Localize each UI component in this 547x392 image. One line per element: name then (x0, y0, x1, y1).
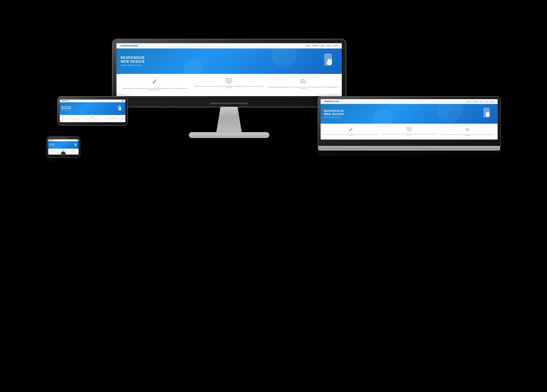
desktop-monitor: COMPANYNAME Home Portfolio About Blog Co… (113, 39, 346, 138)
feature-3-text: Praesent blandit vulputate justo eget eg… (268, 86, 338, 89)
tablet-hero: RESPONSIVEWEB DESIGN Fresh & modern conc… (60, 102, 125, 115)
svg-rect-18 (407, 128, 411, 130)
hero-phone-icon (321, 53, 338, 70)
svg-rect-4 (227, 79, 231, 82)
laptop-hero: RESPONSIVE WEB DESIGN Fresh & modern con… (321, 104, 498, 124)
phone-logo: COMPANYNAME (49, 140, 54, 141)
feature-1: Praesent blandit vulputate justo eget eg… (119, 77, 191, 93)
feature-2-icon (194, 78, 264, 84)
laptop-nav-contact[interactable]: Contact (490, 101, 494, 102)
desktop-frame: COMPANYNAME Home Portfolio About Blog Co… (113, 39, 346, 107)
laptop-nav-portfolio[interactable]: Portfolio (473, 101, 478, 102)
tablet-frame: COMPANYNAME RESPONSIVEWEB DESIGN Fresh &… (58, 96, 128, 125)
laptop-nav: COMPANYNAME Home Portfolio About Blog Co… (321, 99, 498, 104)
phone-features: ✏ Praesent blandit vulputate justo eget … (48, 149, 79, 152)
tablet-hamburger[interactable] (122, 100, 124, 102)
tablet-features: ✏ Praesent blandit vulputate justo eget … (60, 115, 125, 121)
logo-name: NAME (131, 44, 138, 47)
laptop-reflection (318, 151, 500, 156)
tablet-reflection (58, 125, 128, 131)
phone-screen: COMPANYNAME RESPONSIVEWEB DESIGN Fresh &… (48, 139, 79, 155)
feature-1-text: Praesent blandit vulputate justo eget eg… (120, 86, 190, 92)
logo-company: COMPANY (120, 44, 131, 47)
desktop-screen: COMPANYNAME Home Portfolio About Blog Co… (116, 43, 342, 96)
phone-nav: COMPANYNAME (48, 139, 79, 141)
tablet-f3-icon: ⚙ (103, 116, 124, 118)
phone-feature-1: ✏ Praesent blandit vulputate justo eget … (49, 149, 58, 151)
phone-hero-icon (74, 143, 78, 147)
laptop-logo: COMPANYNAME (324, 100, 339, 103)
tablet-feature-1: ✏ Praesent blandit vulputate justo eget … (61, 116, 82, 120)
laptop-hero-text: RESPONSIVE WEB DESIGN Fresh & modern con… (324, 110, 344, 118)
tablet-logo: COMPANYNAME (61, 100, 69, 102)
nav-about[interactable]: About (320, 45, 325, 47)
phone-feature-2: 🖥 Praesent blandit vulputate justo eget … (59, 149, 68, 151)
laptop-f2-icon (382, 127, 436, 132)
laptop-f1-icon (324, 127, 378, 133)
svg-point-8 (302, 81, 303, 82)
laptop-nav-about[interactable]: About (480, 101, 483, 102)
svg-point-24 (469, 130, 469, 131)
phone: COMPANYNAME RESPONSIVEWEB DESIGN Fresh &… (47, 137, 80, 162)
phone-feature-3: ⚙ Praesent blandit vulputate justo eget … (68, 149, 78, 151)
hero-subtitle: Fresh & modern concept (121, 64, 145, 66)
phone-footer: ⚙ Praesent blandit vulputate lorem ipsum… (48, 153, 79, 155)
tablet-f1-icon: ✏ (61, 116, 82, 118)
tablet-hero-text: RESPONSIVEWEB DESIGN Fresh & modern conc… (62, 106, 71, 111)
phone-reflection (47, 157, 80, 162)
laptop-nav-home[interactable]: Home (467, 101, 471, 102)
phone-hero-text: RESPONSIVEWEB DESIGN Fresh & modern conc… (49, 144, 55, 146)
svg-rect-5 (228, 82, 230, 83)
desktop-site-nav: COMPANYNAME Home Portfolio About Blog Co… (116, 43, 342, 48)
laptop-feature-3: Praesent blandit vulputate justo eget eg… (439, 126, 496, 138)
laptop-screen: COMPANYNAME Home Portfolio About Blog Co… (321, 99, 498, 140)
svg-point-22 (466, 129, 467, 130)
tablet-feature-3: ⚙ Praesent blandit vulputate justo eget … (103, 116, 124, 120)
laptop-f3-icon (440, 127, 495, 133)
laptop-feature-2: Praesent blandit vulputate justo eget eg… (381, 126, 438, 138)
nav-home[interactable]: Home (305, 45, 310, 47)
svg-point-10 (305, 82, 306, 83)
feature-2: Praesent blandit vulputate justo eget eg… (193, 77, 265, 93)
svg-rect-6 (227, 83, 231, 83)
nav-portfolio[interactable]: Portfolio (312, 45, 318, 47)
desktop-base (189, 132, 269, 138)
feature-1-icon (120, 78, 190, 85)
laptop-hero-icon (480, 107, 494, 121)
hero-headline: RESPONSIVE WEB DESIGN (121, 56, 145, 63)
laptop-nav-blog[interactable]: Blog (485, 101, 488, 102)
laptop: COMPANYNAME Home Portfolio About Blog Co… (318, 96, 500, 156)
desktop-logo: COMPANYNAME (120, 44, 138, 47)
nav-blog[interactable]: Blog (327, 45, 330, 47)
tablet-feature-2: 🖥 Praesent blandit vulputate justo eget … (82, 116, 103, 120)
tablet-screen: COMPANYNAME RESPONSIVEWEB DESIGN Fresh &… (60, 100, 125, 122)
tablet-hero-icon (116, 105, 124, 112)
phone-hero: RESPONSIVEWEB DESIGN Fresh & modern conc… (48, 141, 79, 149)
laptop-frame: COMPANYNAME Home Portfolio About Blog Co… (318, 96, 500, 146)
tablet: COMPANYNAME RESPONSIVEWEB DESIGN Fresh &… (58, 96, 128, 132)
desktop-features: Praesent blandit vulputate justo eget eg… (116, 74, 342, 96)
svg-rect-19 (408, 130, 410, 131)
tablet-extra: COMPANYNAME (60, 121, 125, 122)
feature-3: Praesent blandit vulputate justo eget eg… (267, 77, 340, 93)
tablet-f2-icon: 🖥 (82, 116, 103, 118)
phone-frame: COMPANYNAME RESPONSIVEWEB DESIGN Fresh &… (47, 137, 80, 157)
desktop-site-hero: RESPONSIVE WEB DESIGN Fresh & modern con… (116, 48, 342, 74)
scene: COMPANYNAME Home Portfolio About Blog Co… (41, 27, 506, 365)
laptop-base (318, 146, 500, 151)
desktop-hero-text: RESPONSIVE WEB DESIGN Fresh & modern con… (121, 56, 145, 66)
laptop-feature-1: Praesent blandit vulputate justo eget eg… (322, 126, 379, 138)
nav-contact[interactable]: Contact (333, 45, 338, 47)
phone-hamburger[interactable] (77, 140, 78, 141)
desktop-stand (208, 107, 250, 132)
laptop-features: Praesent blandit vulputate justo eget eg… (321, 124, 498, 140)
tablet-nav: COMPANYNAME (60, 100, 125, 102)
feature-3-icon (268, 78, 338, 85)
feature-2-text: Praesent blandit vulputate justo eget eg… (194, 86, 264, 89)
